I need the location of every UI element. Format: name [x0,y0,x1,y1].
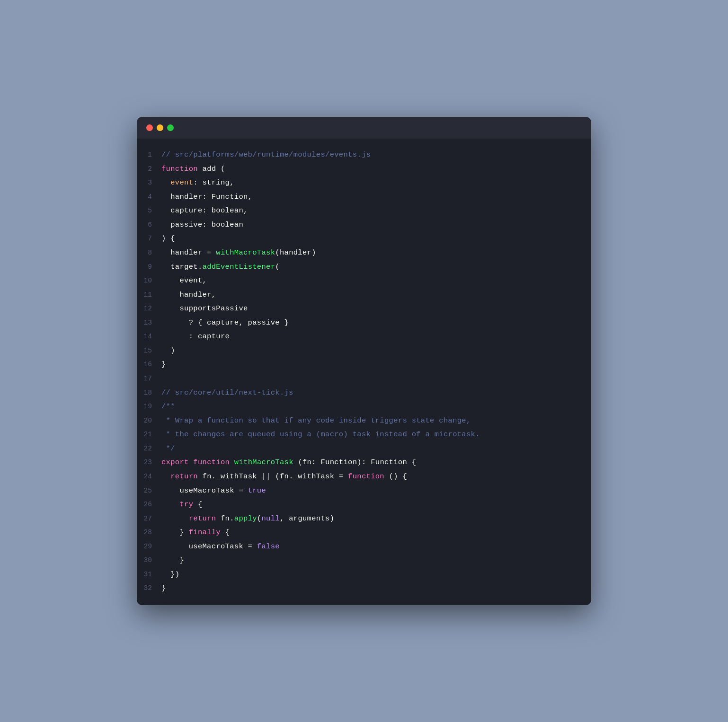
token: , arguments) [280,514,334,523]
line-text: * the changes are queued using a (macro)… [161,429,591,441]
line-text: ? { capture, passive } [161,317,591,329]
line-number: 23 [137,457,161,468]
token [161,514,189,523]
line-number: 25 [137,485,161,497]
token [230,458,234,467]
token: () { [384,472,407,481]
line-text: } [161,359,591,371]
token: ? { capture, passive } [161,318,289,327]
line-text: capture: boolean, [161,205,591,217]
line-number: 29 [137,541,161,553]
token: { [193,500,202,509]
code-line: 27 return fn.apply(null, arguments) [137,512,591,526]
token: function [348,472,384,481]
maximize-button[interactable] [167,124,174,131]
code-line: 15 ) [137,344,591,358]
token: return [170,472,198,481]
line-text: target.addEventListener( [161,261,591,273]
code-line: 10 event, [137,274,591,288]
code-line: 19/** [137,400,591,414]
line-text: supportsPassive [161,303,591,315]
code-line: 6 passive: boolean [137,218,591,232]
line-number: 19 [137,401,161,413]
line-text: handler: Function, [161,191,591,203]
token: addEventListener [203,263,275,271]
code-line: 4 handler: Function, [137,190,591,204]
code-line: 31 }) [137,568,591,582]
token: withMacroTask [234,458,293,467]
code-line: 22 */ [137,442,591,456]
token: handler: Function, [161,193,252,201]
code-line: 9 target.addEventListener( [137,260,591,274]
token [161,500,179,509]
line-text: /** [161,401,591,413]
line-number: 16 [137,359,161,370]
line-number: 30 [137,555,161,566]
token: /** [161,402,175,411]
code-content: 1// src/platforms/web/runtime/modules/ev… [137,139,591,605]
line-number: 3 [137,177,161,189]
token: false [257,542,280,551]
code-line: 11 handler, [137,288,591,302]
token: supportsPassive [161,304,248,313]
line-text: return fn.apply(null, arguments) [161,513,591,525]
token: } [161,556,184,564]
line-number: 24 [137,471,161,483]
token: * the changes are queued using a (macro)… [161,430,480,439]
token: ) [161,346,175,355]
line-number: 13 [137,317,161,329]
token: add ( [198,165,225,173]
line-text [161,373,591,385]
token: handler = [161,248,216,257]
line-number: 21 [137,429,161,440]
line-text: // src/platforms/web/runtime/modules/eve… [161,149,591,161]
close-button[interactable] [146,124,153,131]
token: */ [161,444,175,453]
token: } [161,584,166,592]
code-editor-window: 1// src/platforms/web/runtime/modules/ev… [137,117,591,605]
token: export [161,458,189,467]
line-text: passive: boolean [161,219,591,231]
line-number: 15 [137,345,161,357]
token: (fn: Function): Function { [293,458,417,467]
code-line: 2function add ( [137,162,591,176]
token: try [179,500,193,509]
token: withMacroTask [216,248,275,257]
token: }) [161,570,179,579]
token: apply [234,514,257,523]
token: { [221,528,230,537]
line-text: : capture [161,331,591,343]
code-line: 32} [137,581,591,596]
line-text: } finally { [161,527,591,539]
line-number: 6 [137,220,161,231]
code-line: 23export function withMacroTask (fn: Fun… [137,456,591,470]
token: // src/core/util/next-tick.js [161,388,293,397]
code-line: 26 try { [137,498,591,512]
code-line: 7) { [137,232,591,246]
code-line: 14 : capture [137,330,591,344]
code-line: 16} [137,358,591,372]
code-line: 1// src/platforms/web/runtime/modules/ev… [137,148,591,162]
token: return [189,514,216,523]
minimize-button[interactable] [157,124,163,131]
line-number: 14 [137,331,161,343]
line-number: 5 [137,205,161,217]
line-text: }) [161,569,591,581]
line-number: 9 [137,262,161,273]
token: handler, [161,291,216,299]
token: function [193,458,230,467]
token: passive: boolean [161,220,243,229]
token: } [161,528,189,537]
line-number: 2 [137,164,161,175]
token: event [161,178,193,187]
token: finally [189,528,221,537]
line-text: */ [161,443,591,455]
token: useMacroTask = [161,486,248,495]
line-number: 4 [137,192,161,203]
line-text: } [161,555,591,567]
token: (handler) [275,248,316,257]
line-text: ) [161,345,591,357]
token: target. [161,263,203,271]
code-line: 20 * Wrap a function so that if any code… [137,414,591,428]
token: null [261,514,279,523]
